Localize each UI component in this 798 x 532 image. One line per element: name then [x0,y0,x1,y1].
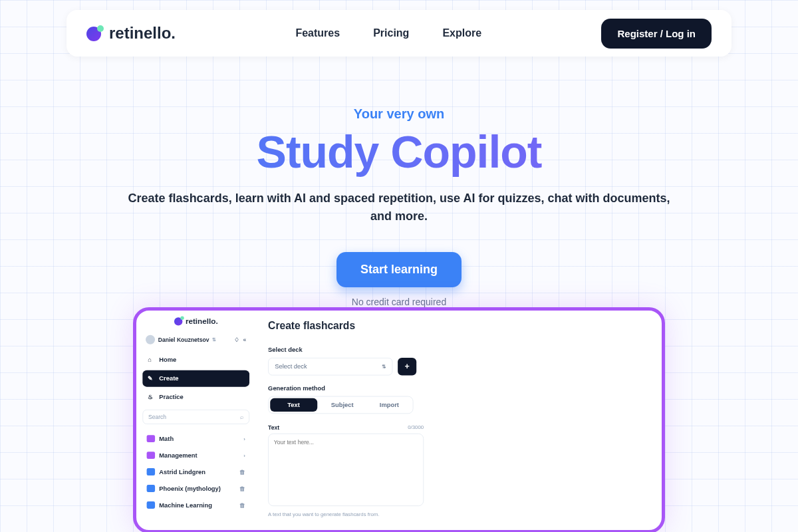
folder-icon [147,452,155,459]
doc-icon [147,468,155,475]
trash-icon[interactable]: 🗑 [239,469,245,475]
tab-text[interactable]: Text [270,398,317,412]
brand-text: retinello. [109,24,176,43]
start-learning-button[interactable]: Start learning [336,252,462,287]
register-button[interactable]: Register / Log in [601,19,712,49]
deck-item[interactable]: Phoenix (mythology) 🗑 [142,480,249,497]
brand[interactable]: retinello. [86,24,176,43]
deck-item[interactable]: Math › [142,430,249,447]
main-panel: Create flashcards Select deck Select dec… [255,311,660,517]
chevron-right-icon: › [243,452,245,458]
user-name: Daniel Kouznetsov [158,336,209,342]
logo-icon [174,317,182,325]
avatar [146,335,155,344]
deck-item[interactable]: Machine Learning 🗑 [142,497,249,513]
home-icon: ⌂ [148,356,155,364]
doc-icon [147,501,155,509]
folder-icon [147,435,155,442]
sidebar: retinello. Daniel Kouznetsov ⇅ ♢ « ⌂ Hom… [136,311,255,517]
search-input[interactable]: Search ⌕ [142,410,249,424]
search-icon: ⌕ [240,414,243,420]
hero-section: Your very own Study Copilot Create flash… [0,106,798,307]
sidebar-item-create[interactable]: ✎ Create [142,370,249,387]
logo-icon [86,25,102,41]
nav-link-pricing[interactable]: Pricing [373,27,409,39]
doc-icon [147,485,155,492]
hero-eyebrow: Your very own [0,106,798,122]
nav-link-explore[interactable]: Explore [442,27,481,39]
text-input[interactable] [268,434,424,506]
deck-item[interactable]: Management › [142,447,249,464]
user-row[interactable]: Daniel Kouznetsov ⇅ ♢ « [142,333,249,346]
panel-title: Create flashcards [268,320,648,332]
cta-note: No credit card required [0,297,798,307]
gen-tabs: Text Subject Import [268,396,413,414]
navbar: retinello. Features Pricing Explore Regi… [66,10,732,57]
trash-icon[interactable]: 🗑 [239,502,245,508]
trash-icon[interactable]: 🗑 [239,485,245,491]
app-preview: retinello. Daniel Kouznetsov ⇅ ♢ « ⌂ Hom… [133,307,665,532]
char-counter: 0/3000 [408,424,424,430]
hero-subtitle: Create flashcards, learn with AI and spa… [126,190,672,225]
nav-links: Features Pricing Explore [295,27,481,39]
collapse-icon[interactable]: « [243,336,247,343]
add-deck-button[interactable]: + [398,358,416,376]
chevron-right-icon: › [243,436,245,442]
sidebar-item-practice[interactable]: ♨ Practice [142,389,249,406]
deck-select[interactable]: Select deck ⇅ [268,358,392,376]
deck-item[interactable]: Astrid Lindgren 🗑 [142,464,249,480]
bell-icon[interactable]: ♢ [234,336,239,343]
tab-subject[interactable]: Subject [319,396,366,413]
gen-method-label: Generation method [268,385,648,392]
nav-link-features[interactable]: Features [295,27,340,39]
practice-icon: ♨ [148,394,155,401]
sidebar-brand: retinello. [142,317,249,325]
text-label: Text [268,424,279,430]
hero-title: Study Copilot [0,126,798,178]
text-hint: A text that you want to generate flashca… [268,511,648,517]
pencil-icon: ✎ [148,375,155,382]
select-deck-label: Select deck [268,346,648,354]
chevron-down-icon: ⇅ [382,364,386,370]
sidebar-item-home[interactable]: ⌂ Home [142,352,249,368]
tab-import[interactable]: Import [366,396,413,413]
